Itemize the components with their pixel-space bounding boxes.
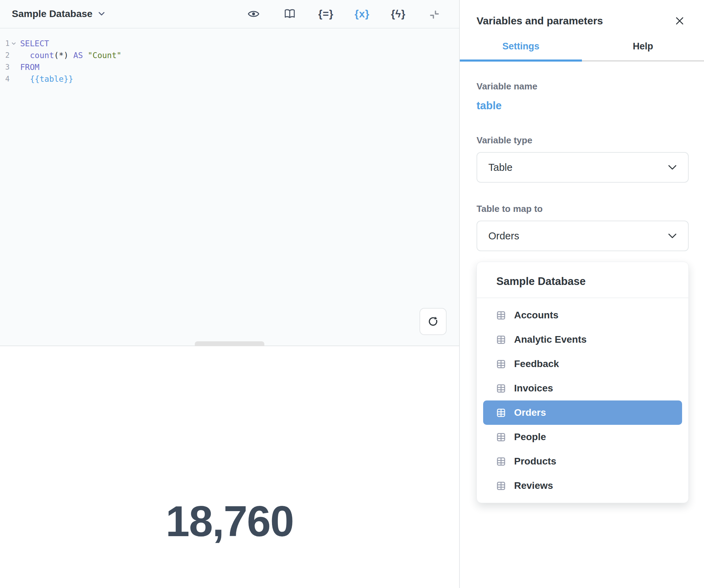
close-icon <box>675 16 685 26</box>
preview-button[interactable] <box>244 5 263 23</box>
eye-icon <box>248 9 259 18</box>
app-window: Sample Database {=} <box>0 0 704 588</box>
line-number: 2 <box>0 49 9 61</box>
table-to-map-select[interactable]: Orders <box>477 221 689 251</box>
code-line: 3 FROM <box>0 61 459 73</box>
sidebar-tabs: Settings Help <box>460 41 704 62</box>
sql-punctuation: (*) <box>54 51 69 60</box>
sql-keyword: SELECT <box>20 39 49 48</box>
sql-string: "Count" <box>88 51 121 60</box>
table-list-item-label: People <box>514 431 546 443</box>
code-text: {{table}} <box>18 73 73 85</box>
data-reference-button[interactable] <box>280 5 299 23</box>
line-number: 1 <box>0 38 9 49</box>
sidebar-header: Variables and parameters <box>460 0 704 41</box>
line-number: 3 <box>0 61 9 73</box>
sql-keyword: FROM <box>20 63 39 72</box>
sql-editor[interactable]: 1 SELECT 2 count(*) AS "Count" 3 FROM <box>0 29 459 346</box>
resize-drag-handle[interactable] <box>195 341 264 346</box>
code-text: FROM <box>18 61 39 73</box>
sql-generator-button[interactable]: {ϟ} <box>389 5 408 23</box>
refresh-icon <box>427 316 439 327</box>
table-icon <box>496 481 506 491</box>
code-line: 2 count(*) AS "Count" <box>0 49 459 61</box>
table-list-item-feedback[interactable]: Feedback <box>483 352 682 376</box>
table-to-map-label: Table to map to <box>477 204 689 214</box>
table-list-item-reviews[interactable]: Reviews <box>483 474 682 498</box>
table-list: Accounts Analytic Events Feedback Invoic… <box>477 298 688 499</box>
line-number: 4 <box>0 73 9 85</box>
snippet-icon: {=} <box>318 8 334 20</box>
table-list-item-accounts[interactable]: Accounts <box>483 303 682 327</box>
code-line: 4 {{table}} <box>0 73 459 85</box>
sql-code: 1 SELECT 2 count(*) AS "Count" 3 FROM <box>0 29 459 85</box>
fold-chevron-icon[interactable] <box>9 42 18 45</box>
table-list-item-label: Invoices <box>514 383 553 394</box>
query-result-area: 18,760 <box>0 346 459 588</box>
table-list-item-label: Feedback <box>514 358 559 370</box>
tab-settings[interactable]: Settings <box>460 41 582 62</box>
editor-toolbar: {=} {x} {ϟ} <box>244 5 444 23</box>
table-list-item-people[interactable]: People <box>483 425 682 449</box>
table-list-item-label: Orders <box>514 407 546 418</box>
code-text: SELECT <box>18 38 49 49</box>
snippets-button[interactable]: {=} <box>317 5 335 23</box>
book-icon <box>284 9 295 19</box>
table-list-item-products[interactable]: Products <box>483 449 682 474</box>
table-icon <box>496 408 506 418</box>
tab-help[interactable]: Help <box>582 41 704 62</box>
variable-type-label: Variable type <box>477 135 689 146</box>
chevron-down-icon <box>98 11 105 16</box>
variable-name-label: Variable name <box>477 81 689 92</box>
variable-type-selected-value: Table <box>488 162 512 173</box>
format-query-button[interactable] <box>425 5 444 23</box>
database-picker[interactable]: Sample Database <box>12 8 105 19</box>
table-list-item-label: Reviews <box>514 480 553 491</box>
query-editor-pane: Sample Database {=} <box>0 0 459 588</box>
chevron-down-icon <box>668 233 677 239</box>
table-icon <box>496 335 506 344</box>
dropdown-database-header: Sample Database <box>477 262 688 298</box>
table-to-map-selected-value: Orders <box>488 230 519 242</box>
format-query-icon <box>429 9 440 19</box>
chevron-down-icon <box>668 165 677 170</box>
refresh-query-button[interactable] <box>419 308 447 335</box>
sql-function: count <box>30 51 54 60</box>
database-picker-label: Sample Database <box>12 8 93 19</box>
sidebar-title: Variables and parameters <box>477 15 603 27</box>
sql-template-variable: {{table}} <box>30 74 73 84</box>
table-list-item-label: Products <box>514 456 556 467</box>
variables-icon: {x} <box>354 8 369 20</box>
sidebar-content: Variable name table Variable type Table … <box>460 62 704 503</box>
variable-name-value: table <box>477 100 689 112</box>
table-list-item-label: Accounts <box>514 310 559 321</box>
table-list-item-orders[interactable]: Orders <box>483 400 682 425</box>
variables-sidebar: Variables and parameters Settings Help V… <box>459 0 704 588</box>
table-dropdown-panel: Sample Database Accounts Analytic Events… <box>477 262 689 503</box>
table-list-item-label: Analytic Events <box>514 334 587 345</box>
table-list-item-analytic-events[interactable]: Analytic Events <box>483 327 682 352</box>
variable-type-select[interactable]: Table <box>477 152 689 183</box>
table-icon <box>496 359 506 369</box>
code-text: count(*) AS "Count" <box>18 49 121 61</box>
table-icon <box>496 384 506 393</box>
table-list-item-invoices[interactable]: Invoices <box>483 376 682 400</box>
table-icon <box>496 311 506 320</box>
sql-keyword: AS <box>73 51 83 60</box>
editor-topbar: Sample Database {=} <box>0 0 459 29</box>
code-line: 1 SELECT <box>0 38 459 49</box>
close-sidebar-button[interactable] <box>673 15 686 27</box>
bolt-braces-icon: {ϟ} <box>391 8 406 20</box>
scalar-result-value: 18,760 <box>166 496 293 546</box>
table-icon <box>496 457 506 466</box>
table-icon <box>496 432 506 442</box>
variables-button[interactable]: {x} <box>353 5 371 23</box>
